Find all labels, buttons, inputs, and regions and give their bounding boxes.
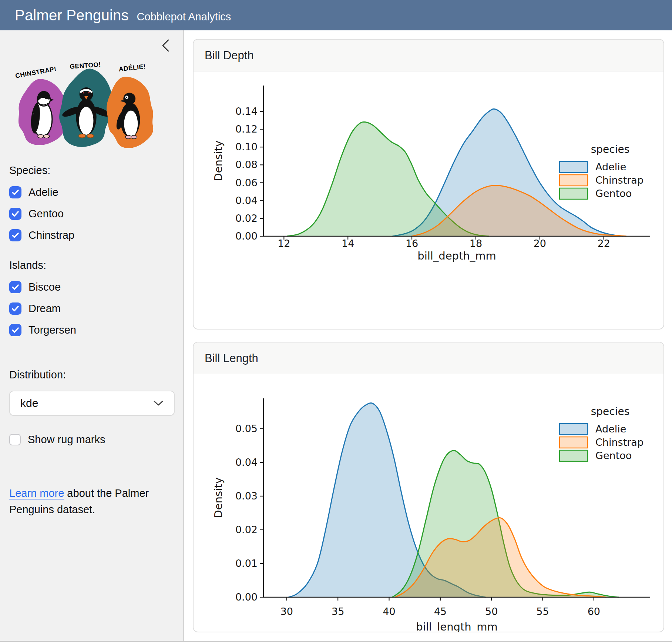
check-icon (11, 211, 19, 217)
svg-text:18: 18 (470, 238, 482, 249)
islands-group-label: Islands: (9, 259, 174, 271)
torgersen-checkbox-label: Torgersen (28, 324, 76, 336)
svg-text:0.05: 0.05 (235, 423, 258, 434)
adelie-artwork-label: ADÉLIE! (118, 63, 146, 73)
svg-text:0.01: 0.01 (235, 558, 258, 569)
x-axis: 121416182022 (278, 236, 610, 249)
y-axis: 0.000.020.040.060.080.100.120.14 (235, 106, 263, 242)
svg-text:0.12: 0.12 (235, 123, 258, 135)
learn-more-text: Learn more about the Palmer Penguins dat… (9, 485, 168, 518)
islands-checkbox-group: BiscoeDreamTorgersen (9, 281, 174, 336)
svg-text:0.00: 0.00 (235, 591, 258, 603)
learn-more-link[interactable]: Learn more (9, 487, 64, 499)
check-icon (11, 327, 19, 333)
legend-label-gentoo: Gentoo (595, 450, 632, 461)
checkbox-row-chinstrap: Chinstrap (9, 229, 174, 241)
svg-text:0.02: 0.02 (235, 524, 258, 535)
svg-text:0.04: 0.04 (235, 195, 258, 206)
legend-patch-gentoo (560, 188, 588, 199)
adelie-splash (103, 73, 157, 150)
rug-checkbox-row: Show rug marks (9, 434, 174, 446)
checkbox-row-biscoe: Biscoe (9, 281, 174, 293)
svg-text:35: 35 (332, 606, 344, 617)
main-content: Bill Depth 1214161820220.000.020.040.060… (184, 30, 672, 642)
svg-text:14: 14 (342, 238, 354, 249)
biscoe-checkbox[interactable] (9, 281, 21, 293)
biscoe-checkbox-label: Biscoe (28, 281, 61, 293)
check-icon (11, 305, 19, 312)
bill-depth-card-body: 1214161820220.000.020.040.060.080.100.12… (194, 71, 663, 330)
legend-label-gentoo: Gentoo (595, 188, 632, 199)
distribution-label: Distribution: (9, 369, 174, 381)
svg-text:40: 40 (383, 606, 395, 617)
rug-checkbox-label: Show rug marks (28, 434, 105, 446)
checkbox-row-torgersen: Torgersen (9, 324, 174, 336)
svg-text:60: 60 (588, 606, 600, 617)
svg-text:0.10: 0.10 (235, 141, 258, 153)
app-header: Palmer Penguins Cobblepot Analytics (0, 0, 672, 30)
torgersen-checkbox[interactable] (9, 324, 21, 336)
check-icon (11, 284, 19, 290)
bill-length-chart: 303540455055600.000.010.020.030.040.05bi… (194, 374, 663, 632)
legend-patch-adelie (560, 161, 588, 173)
svg-text:16: 16 (406, 238, 418, 249)
bill-depth-card: Bill Depth 1214161820220.000.020.040.060… (193, 39, 664, 330)
svg-text:0.14: 0.14 (235, 106, 258, 117)
legend-title: species (591, 143, 630, 156)
legend-patch-chinstrap (560, 437, 588, 448)
show-rug-marks-checkbox[interactable] (9, 434, 21, 445)
species-checkbox-group: AdelieGentooChinstrap (9, 186, 174, 241)
legend: speciesAdelieChinstrapGentoo (560, 143, 644, 199)
adelie-checkbox-label: Adelie (28, 186, 58, 198)
dream-checkbox-label: Dream (28, 302, 61, 315)
bill-depth-card-title: Bill Depth (205, 49, 254, 62)
y-axis: 0.000.010.020.030.040.05 (235, 423, 263, 603)
sidebar: CHINSTRAP! GENTOO! ADÉLIE! Species: Adel… (0, 30, 184, 642)
distribution-select-value: kde (20, 397, 38, 409)
legend-patch-adelie (560, 424, 588, 435)
chinstrap-splash (19, 79, 65, 145)
chevron-down-icon (153, 400, 164, 406)
legend-label-chinstrap: Chinstrap (595, 174, 644, 186)
legend-patch-gentoo (560, 450, 588, 461)
species-group-label: Species: (9, 164, 174, 177)
svg-text:55: 55 (536, 606, 549, 617)
adelie-checkbox[interactable] (9, 186, 21, 198)
x-axis: 30354045505560 (280, 597, 600, 617)
bill-length-card-header: Bill Length (194, 342, 663, 374)
bill-length-card-body: 303540455055600.000.010.020.030.040.05bi… (194, 374, 663, 632)
checkbox-row-dream: Dream (9, 302, 174, 315)
chevron-left-icon (161, 39, 171, 53)
gentoo-artwork-label: GENTOO! (70, 61, 101, 70)
bill-length-card-title: Bill Length (205, 352, 258, 365)
svg-text:0.03: 0.03 (235, 490, 258, 502)
svg-text:0.06: 0.06 (235, 177, 258, 188)
distribution-select[interactable]: kde (9, 391, 175, 416)
gentoo-checkbox-label: Gentoo (28, 208, 64, 220)
legend: speciesAdelieChinstrapGentoo (560, 405, 644, 461)
bill-depth-card-header: Bill Depth (194, 40, 663, 71)
y-axis-label: Density (212, 477, 225, 518)
gentoo-checkbox[interactable] (9, 208, 21, 220)
checkbox-row-gentoo: Gentoo (9, 208, 174, 220)
check-icon (11, 232, 19, 238)
svg-text:22: 22 (597, 238, 610, 249)
legend-label-chinstrap: Chinstrap (595, 437, 644, 448)
legend-patch-chinstrap (560, 175, 588, 186)
svg-text:0.04: 0.04 (235, 457, 258, 468)
chinstrap-checkbox[interactable] (9, 229, 21, 241)
chinstrap-checkbox-label: Chinstrap (28, 229, 74, 241)
penguins-artwork-image: CHINSTRAP! GENTOO! ADÉLIE! (11, 55, 160, 150)
chinstrap-artwork-label: CHINSTRAP! (15, 65, 57, 80)
bill-depth-chart: 1214161820220.000.020.040.060.080.100.12… (194, 71, 663, 330)
y-axis-label: Density (212, 140, 225, 181)
bill-length-card: Bill Length 303540455055600.000.010.020.… (193, 342, 664, 632)
x-axis-label: bill_depth_mm (417, 250, 496, 262)
legend-title: species (591, 405, 630, 418)
dream-checkbox[interactable] (9, 302, 21, 315)
sidebar-collapse-button[interactable] (160, 39, 171, 53)
checkbox-row-adelie: Adelie (9, 186, 174, 198)
svg-text:0.02: 0.02 (235, 213, 258, 224)
svg-text:0.00: 0.00 (235, 230, 258, 242)
svg-text:30: 30 (280, 606, 293, 617)
